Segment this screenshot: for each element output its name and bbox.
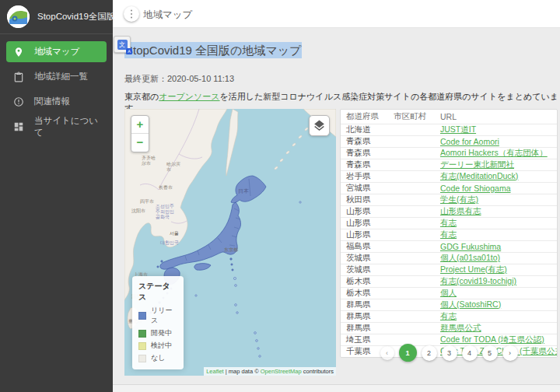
municipality-cell [388, 240, 435, 252]
column-header-prefecture: 都道府県 [341, 110, 388, 124]
table-row: 栃木県 有志(covid19-tochigi) [341, 275, 557, 287]
municipality-cell [388, 287, 435, 299]
municipality-cell [388, 252, 435, 264]
municipality-cell [388, 275, 435, 287]
legend-item-label: 検討中 [151, 341, 172, 351]
sidebar-item-label: 地域詳細一覧 [34, 71, 88, 82]
open-source-link[interactable]: オープンソース [159, 92, 219, 101]
site-link[interactable]: Code for Aomori [440, 137, 499, 146]
site-link[interactable]: Code for TODA (埼玉県公認) [440, 334, 544, 344]
municipality-cell [388, 310, 435, 322]
table-row: 山形県 有志 [341, 217, 557, 229]
legend-color-swatch [138, 330, 146, 338]
prefecture-cell: 茨城県 [341, 264, 388, 275]
pagination-page-button[interactable]: 4 [462, 345, 478, 361]
site-link[interactable]: Code for Shiogama [440, 184, 510, 193]
dashboard-icon [13, 121, 24, 132]
site-link[interactable]: デーリー東北新聞社 [440, 159, 514, 169]
map-layers-control[interactable] [309, 115, 330, 136]
site-link[interactable]: 個人 [440, 288, 457, 297]
sidebar-item-about-site[interactable]: 当サイトについて [6, 116, 107, 137]
last-updated: 最終更新：2020-05-10 11:13 [124, 73, 234, 85]
site-link[interactable]: 有志 [440, 311, 457, 320]
legend-color-swatch [138, 342, 146, 350]
pagination-page-button[interactable]: 3 [442, 345, 457, 361]
pagination-page-button[interactable]: 5 [482, 345, 498, 361]
site-link[interactable]: JUST道IT [440, 124, 476, 134]
prefecture-cell: 茨城県 [341, 252, 388, 264]
column-header-municipality: 市区町村 [388, 110, 435, 124]
legend-color-swatch [138, 355, 146, 362]
site-link[interactable]: 有志 [440, 229, 457, 239]
zoom-out-button[interactable]: − [131, 134, 149, 152]
sidebar: StopCovid19全国版 地域マップ 地域詳細一覧 関連情報 当サイトについ… [0, 0, 113, 392]
site-link[interactable]: 山形県有志 [440, 206, 481, 215]
legend-color-swatch [138, 312, 146, 320]
table-row: 群馬県 個人(SatoshiRC) [341, 299, 557, 310]
sidebar-item-related-info[interactable]: 関連情報 [6, 91, 107, 112]
site-link[interactable]: 有志 [440, 218, 457, 227]
logo-illustration [7, 5, 30, 28]
attribution-suffix: contributors [302, 368, 334, 375]
clipboard-icon [13, 72, 24, 82]
pagination-page-button[interactable]: 1 [399, 344, 417, 362]
sidebar-item-label: 地域マップ [34, 46, 79, 58]
prefecture-table: 都道府県 市区町村 URL 北海道 JUST道IT 青森県 [341, 110, 557, 357]
site-link[interactable]: Project Ume(有志) [440, 264, 507, 274]
footer-strip [113, 384, 560, 392]
municipality-cell [388, 322, 435, 334]
table-row: 茨城県 個人(a01sa01to) [341, 252, 557, 264]
table-body: 北海道 JUST道IT 青森県 Code for Aomori 青森県 Aom [341, 124, 557, 357]
table-row: 青森県 デーリー東北新聞社 [341, 159, 557, 170]
prefecture-table-card: 都道府県 市区町村 URL 北海道 JUST道IT 青森県 [340, 109, 558, 358]
app-logo [7, 5, 30, 28]
table-row: 群馬県 群馬県公式 [341, 322, 557, 334]
prefecture-cell: 宮城県 [341, 182, 388, 194]
selected-heading-text: StopCovid19 全国版の地域マップ [124, 42, 302, 58]
menu-button[interactable] [124, 6, 139, 22]
translate-popup-button[interactable]: 文 A [114, 36, 131, 53]
site-link[interactable]: 個人(SatoshiRC) [440, 299, 501, 309]
table-header-row: 都道府県 市区町村 URL [341, 110, 557, 124]
prefecture-cell: 北海道 [341, 124, 388, 135]
zoom-in-button[interactable]: + [131, 116, 149, 134]
leaflet-link[interactable]: Leaflet [206, 368, 224, 375]
pagination-next-button[interactable]: › [502, 345, 518, 361]
site-link[interactable]: 個人(a01sa01to) [440, 253, 500, 262]
leaflet-map[interactable]: 齐齐哈 尔市 哈尔滨 市 长春市 四平市 沈阳市 조선민주 주의인민 공화국 서… [124, 109, 336, 376]
site-link[interactable]: Aomori Hackers（有志団体） [440, 148, 548, 157]
site-link[interactable]: 有志(covid19-tochigi) [440, 276, 516, 285]
app-root: StopCovid19全国版 地域マップ 地域詳細一覧 関連情報 当サイトについ… [0, 0, 560, 392]
site-link[interactable]: GDG Fukushima [440, 242, 501, 251]
sidebar-item-region-detail-list[interactable]: 地域詳細一覧 [6, 66, 107, 87]
logo-row[interactable]: StopCovid19全国版 [0, 0, 113, 33]
prefecture-cell: 栃木県 [341, 275, 388, 287]
pagination-page-button[interactable]: 2 [422, 345, 437, 361]
municipality-cell [388, 147, 435, 159]
prefecture-cell: 秋田県 [341, 194, 388, 205]
table-row: 青森県 Code for Aomori [341, 135, 557, 147]
sidebar-item-region-map[interactable]: 地域マップ [6, 41, 107, 62]
site-link[interactable]: 群馬県公式 [440, 323, 481, 332]
sidebar-nav: 地域マップ 地域詳細一覧 関連情報 当サイトについて [0, 34, 113, 148]
map-legend: ステータス リリース 開発中 検討中 [132, 276, 184, 369]
pagination-prev-button[interactable]: ‹ [380, 346, 394, 360]
google-translate-icon-sub: A [126, 48, 132, 54]
site-link[interactable]: 有志(MeditationDuck) [440, 171, 518, 180]
municipality-cell [388, 264, 435, 275]
legend-item-label: 開発中 [151, 328, 172, 338]
prefecture-cell: 山形県 [341, 205, 388, 217]
site-link[interactable]: 学生(有志) [440, 194, 478, 204]
openstreetmap-link[interactable]: OpenStreetMap [261, 368, 302, 375]
sidebar-item-label: 当サイトについて [34, 115, 100, 138]
prefecture-cell: 群馬県 [341, 310, 388, 322]
table-row: 山形県 山形県有志 [341, 205, 557, 217]
municipality-cell [388, 124, 435, 135]
app-title: StopCovid19全国版 [37, 11, 115, 23]
municipality-cell [388, 182, 435, 194]
prefecture-cell: 青森県 [341, 159, 388, 170]
table-row: 山形県 有志 [341, 229, 557, 240]
attribution-sep: | map data © [224, 368, 261, 375]
prefecture-cell: 青森県 [341, 147, 388, 159]
table-row: 秋田県 学生(有志) [341, 194, 557, 205]
